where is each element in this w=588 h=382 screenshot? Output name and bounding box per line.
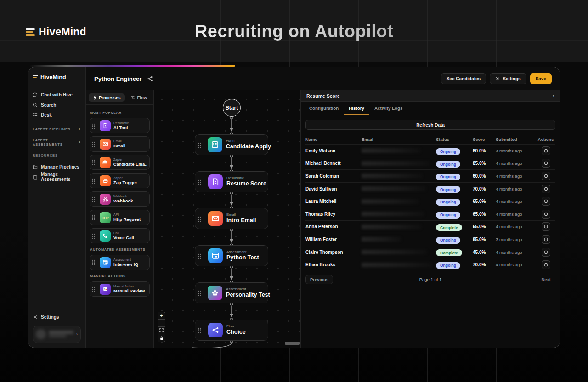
node-category: Email: [226, 213, 256, 217]
drag-handle-icon[interactable]: [195, 320, 204, 340]
panel-header-resume-score[interactable]: Resume Score ›: [301, 90, 560, 102]
process-item-webhook[interactable]: WebhookWebhook: [90, 191, 150, 207]
table-row[interactable]: Laura Mitchell Ongoing 65.0% 4 months ag…: [305, 195, 555, 208]
table-row[interactable]: Thomas Riley Ongoing 65.0% 4 months ago: [305, 208, 555, 220]
tab-history[interactable]: History: [344, 103, 369, 115]
start-node[interactable]: Start: [223, 99, 241, 117]
flow-node-choice[interactable]: FlowChoice: [195, 320, 268, 341]
process-item-interview-iq[interactable]: AssessmentInterview IQ: [90, 255, 150, 270]
process-item-gmail[interactable]: EmailGmail: [90, 136, 150, 152]
desk-icon: [33, 112, 38, 118]
view-candidate-button[interactable]: [542, 146, 550, 155]
tab-activity-logs[interactable]: Activity Logs: [370, 103, 407, 115]
table-row[interactable]: David Sullivan Ongoing 70.0% 4 months ag…: [305, 182, 555, 195]
view-candidate-button[interactable]: [542, 235, 550, 244]
see-candidates-button[interactable]: See Candidates: [441, 73, 486, 84]
drag-handle-icon[interactable]: [195, 283, 204, 303]
flow-node-intro-email[interactable]: EmailIntro Email: [195, 208, 268, 229]
process-item-manual-review[interactable]: Manual ActionManual Review: [90, 281, 150, 297]
sidebar-item-chat-with-hive[interactable]: Chat with Hive: [33, 90, 81, 100]
process-item-zap-trigger[interactable]: ZapierZap Trigger: [90, 173, 150, 188]
assessment-icon: [100, 257, 111, 268]
drag-handle-icon[interactable]: [92, 196, 96, 202]
sidebar-item-manage-assessments[interactable]: Manage Assessments: [33, 172, 81, 182]
save-button[interactable]: Save: [530, 73, 552, 84]
tab-processes[interactable]: Processes: [89, 93, 125, 102]
sidebar-brand-name: HiveMind: [40, 74, 66, 80]
flow-node-personality-test[interactable]: AssessmentPersonality Test: [195, 282, 268, 303]
search-icon: [33, 102, 38, 107]
refresh-data-button[interactable]: Refresh Data: [305, 120, 555, 130]
table-row[interactable]: Emily Watson Ongoing 60.0% 4 months ago: [305, 144, 555, 157]
view-candidate-button[interactable]: [542, 260, 550, 269]
drag-handle-icon[interactable]: [92, 259, 96, 265]
sidebar-item-settings[interactable]: Settings: [33, 312, 81, 322]
sidebar-item-desk[interactable]: Desk: [33, 110, 81, 120]
drag-handle-icon[interactable]: [195, 208, 204, 229]
sidebar-item-label: Manage Assessments: [41, 172, 81, 182]
table-row[interactable]: Michael Bennett Ongoing 85.0% 4 months a…: [305, 157, 555, 170]
flow-node-python-test[interactable]: AssessmentPython Test: [195, 245, 268, 266]
view-candidate-button[interactable]: [542, 172, 550, 180]
candidates-table: Name Email Status Score Submitted Action…: [305, 135, 555, 271]
view-candidate-button[interactable]: [542, 197, 550, 206]
table-row[interactable]: Anna Peterson Complete 65.0% 4 months ag…: [305, 220, 555, 233]
drag-handle-icon[interactable]: [195, 172, 204, 192]
process-item-name: Zap Trigger: [113, 180, 137, 185]
drag-handle-icon[interactable]: [195, 246, 204, 266]
flow-node-resume-score[interactable]: ResumaticResume Score: [195, 171, 268, 192]
view-icon: [543, 148, 548, 153]
share-icon[interactable]: [147, 76, 153, 82]
tab-label: Processes: [99, 95, 121, 100]
process-item-voice-call[interactable]: CallVoice Call: [90, 228, 150, 243]
process-item-ai-tool[interactable]: ResumaticAI Tool: [90, 118, 150, 133]
process-item-http-request[interactable]: HTTP APIHttp Request: [90, 210, 150, 225]
zoom-out-button[interactable]: −: [158, 320, 165, 327]
table-row[interactable]: Ethan Brooks Ongoing 70.0% 4 months ago: [305, 258, 555, 271]
flow-canvas[interactable]: Start FormCandidate Apply ResumaticResum…: [154, 90, 301, 348]
flow-node-candidate-apply[interactable]: FormCandidate Apply: [195, 134, 268, 155]
view-candidate-button[interactable]: [542, 185, 550, 193]
view-candidate-button[interactable]: [542, 248, 550, 257]
user-profile-card[interactable]: ›: [33, 326, 81, 343]
process-item-category: Assessment: [113, 258, 138, 262]
process-item-candidate-email[interactable]: ZapierCandidate Ema...: [90, 155, 150, 170]
tab-configuration[interactable]: Configuration: [305, 103, 343, 115]
process-item-name: AI Tool: [113, 125, 129, 130]
sidebar-section-latest-pipelines[interactable]: LATEST PIPELINES ›: [33, 127, 81, 131]
drag-handle-icon[interactable]: [92, 214, 96, 220]
sidebar-section-latest-assessments[interactable]: LATEST ASSESSMENTS ›: [33, 138, 81, 146]
drag-handle-icon[interactable]: [92, 123, 96, 129]
view-icon: [543, 186, 548, 191]
sidebar-item-manage-pipelines[interactable]: Manage Pipelines: [33, 162, 81, 172]
table-row[interactable]: Sarah Coleman Ongoing 60.0% 4 months ago: [305, 169, 555, 182]
chevron-right-icon: ›: [553, 93, 554, 99]
folder-icon: [33, 164, 38, 169]
drag-handle-icon[interactable]: [195, 135, 204, 155]
drag-handle-icon[interactable]: [92, 286, 96, 292]
settings-button[interactable]: Settings: [490, 73, 526, 84]
tab-flow[interactable]: Flow: [128, 93, 150, 102]
view-candidate-button[interactable]: [542, 210, 550, 219]
view-candidate-button[interactable]: [542, 222, 550, 231]
canvas-horizontal-scrollbar[interactable]: [285, 342, 300, 345]
table-row[interactable]: Claire Thompson Complete 45.0% 4 months …: [305, 246, 555, 258]
column-header: Score: [473, 137, 496, 142]
drag-handle-icon[interactable]: [92, 159, 96, 165]
sidebar-item-label: Chat with Hive: [41, 92, 73, 97]
drag-handle-icon[interactable]: [92, 141, 96, 147]
fit-view-button[interactable]: [158, 327, 165, 334]
node-name: Intro Email: [226, 217, 256, 225]
sidebar-logo[interactable]: HiveMind: [33, 74, 81, 80]
personality-icon: [208, 286, 222, 300]
zoom-in-button[interactable]: +: [158, 312, 165, 320]
table-row[interactable]: William Foster Ongoing 85.0% 3 months ag…: [305, 233, 555, 246]
sidebar-item-search[interactable]: Search: [33, 100, 81, 110]
next-page-button[interactable]: Next: [537, 275, 555, 284]
lock-button[interactable]: [158, 334, 165, 342]
previous-page-button[interactable]: Previous: [305, 275, 333, 284]
drag-handle-icon[interactable]: [92, 233, 96, 239]
process-item-name: Candidate Ema...: [113, 162, 147, 167]
drag-handle-icon[interactable]: [92, 178, 96, 184]
view-candidate-button[interactable]: [542, 159, 550, 168]
